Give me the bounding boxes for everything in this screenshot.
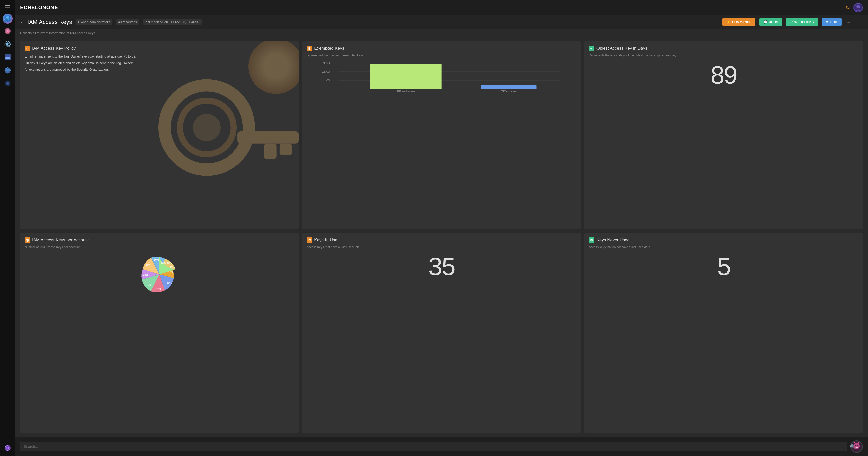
back-button[interactable]: ‹ (20, 19, 23, 25)
commands-button[interactable]: ⚡ COMMANDS (722, 18, 755, 26)
svg-text:True: True (501, 90, 517, 93)
keys-in-use-icon-badge: 123 (307, 237, 312, 243)
svg-rect-45 (264, 143, 277, 159)
sidebar (0, 0, 15, 456)
keys-in-use-title: 123 Keys In Use (307, 237, 576, 243)
svg-rect-33 (9, 448, 10, 448)
exempted-keys-subtitle: represented the number of exempted keys (307, 54, 576, 57)
more-icon-button[interactable]: ⋮ (856, 18, 863, 26)
filter-icon-button[interactable]: ≡ (846, 18, 851, 26)
edit-button[interactable]: ✏ EDIT (822, 18, 842, 26)
main-content: ECHELONONE ↻ ‹ IAM Access Keys Owner: ad… (15, 0, 868, 456)
policy-text: Email reminder sent to the Tag 'Owner' e… (25, 54, 294, 72)
dashboard-grid: TT IAM Access Key Policy Email reminder … (15, 37, 868, 437)
svg-rect-2 (5, 8, 10, 9)
svg-rect-0 (5, 5, 10, 6)
page-title: IAM Access Keys (27, 19, 72, 25)
sidebar-logo-avatar[interactable] (2, 13, 12, 24)
svg-rect-44 (237, 131, 299, 143)
policy-icon-badge: TT (25, 46, 30, 51)
oldest-access-key-card: 123 Oldest Access Key in Days Represents… (584, 41, 863, 229)
svg-text:10%: 10% (147, 284, 151, 286)
menu-icon[interactable] (3, 2, 12, 11)
modified-meta: last modified on 11/06/2023, 11:46:06 (143, 19, 202, 25)
oldest-access-key-title: 123 Oldest Access Key in Days (589, 46, 859, 51)
svg-rect-46 (280, 143, 292, 155)
sidebar-item-atom[interactable] (2, 39, 13, 50)
oldest-access-key-value: 89 (589, 62, 859, 87)
exempted-keys-card: ||| Exempted Keys represented the number… (302, 41, 581, 229)
svg-rect-30 (7, 445, 8, 446)
svg-point-73 (858, 446, 858, 446)
keys-never-used-card: 123 Keys Never Used Access keys that do … (584, 233, 863, 433)
sub-header: Collects all relevant information of IAM… (15, 29, 868, 37)
svg-text:10%: 10% (166, 262, 172, 264)
exempted-keys-chart: 40 20 0 False True (307, 60, 576, 93)
svg-point-26 (8, 85, 9, 85)
svg-text:10%: 10% (154, 258, 159, 261)
svg-text:20: 20 (322, 70, 331, 73)
keys-per-account-chart: 10% 10% 10% 10% 10% 10% 10% 10% 10% 10% (25, 252, 294, 297)
svg-rect-17 (5, 58, 10, 59)
svg-text:10%: 10% (146, 263, 151, 266)
svg-text:10%: 10% (143, 273, 148, 276)
webhooks-share-icon: ⤢ (790, 20, 793, 24)
keys-never-used-value: 5 (589, 254, 859, 279)
svg-text:10%: 10% (161, 262, 166, 264)
content-header: ‹ IAM Access Keys Owner: administrators … (15, 15, 868, 29)
keys-never-used-icon-badge: 123 (589, 237, 594, 243)
resources-meta: 40 resources (116, 19, 139, 25)
svg-point-25 (9, 82, 9, 83)
keys-per-account-icon-badge: ◑ (25, 237, 30, 243)
refresh-icon[interactable]: ↻ (845, 4, 850, 11)
svg-rect-15 (5, 56, 10, 56)
svg-rect-32 (4, 448, 5, 448)
svg-text:10%: 10% (169, 266, 175, 269)
user-avatar[interactable] (854, 3, 863, 12)
sidebar-item-settings[interactable] (2, 443, 13, 454)
svg-point-24 (6, 82, 6, 83)
svg-point-39 (857, 5, 860, 8)
keys-in-use-card: 123 Keys In Use Access Keys that have a … (302, 233, 581, 433)
keys-per-account-card: ◑ IAM Access Keys per Account Number of … (20, 233, 299, 433)
search-input[interactable] (20, 442, 847, 452)
svg-text:40: 40 (322, 62, 331, 64)
jobs-button[interactable]: 💬 JOBS (760, 18, 782, 26)
commands-lightning-icon: ⚡ (726, 20, 731, 24)
policy-card: TT IAM Access Key Policy Email reminder … (20, 41, 299, 229)
topbar: ECHELONONE ↻ (15, 0, 868, 15)
keys-in-use-value: 35 (307, 254, 576, 279)
svg-rect-1 (5, 7, 10, 7)
webhooks-button[interactable]: ⤢ WEBHOOKS (786, 18, 818, 26)
svg-point-9 (6, 30, 8, 32)
search-icon: 🔍 (850, 444, 856, 450)
jobs-chat-icon: 💬 (764, 20, 768, 24)
svg-text:False: False (396, 90, 415, 93)
oldest-key-icon-badge: 123 (589, 46, 594, 51)
topbar-logo: ECHELONONE (20, 4, 58, 10)
sidebar-item-network[interactable] (2, 52, 13, 63)
svg-rect-55 (481, 85, 537, 89)
svg-rect-31 (7, 450, 8, 451)
owner-meta: Owner: administrators (76, 19, 112, 25)
keys-never-used-title: 123 Keys Never Used (589, 237, 859, 243)
keys-per-account-subtitle: Number of IAM Access Keys per Account (25, 245, 294, 249)
exempted-keys-title: ||| Exempted Keys (307, 46, 576, 51)
svg-text:10%: 10% (166, 282, 172, 285)
svg-point-29 (7, 447, 8, 449)
svg-point-43 (193, 114, 220, 141)
svg-rect-16 (5, 57, 10, 58)
svg-text:0: 0 (326, 79, 331, 82)
svg-point-23 (6, 82, 9, 85)
sidebar-item-explore[interactable] (2, 26, 13, 37)
sidebar-item-globe[interactable] (2, 65, 13, 76)
keys-per-account-title: ◑ IAM Access Keys per Account (25, 237, 294, 243)
edit-pencil-icon: ✏ (826, 20, 829, 24)
oldest-access-key-subtitle: Represents the age in days of the oldest… (589, 54, 859, 57)
sidebar-item-space[interactable] (2, 78, 13, 89)
exempted-keys-icon-badge: ||| (307, 46, 312, 51)
search-bar: 🔍 (15, 437, 868, 456)
svg-text:10%: 10% (168, 271, 173, 274)
svg-text:10%: 10% (156, 288, 161, 291)
svg-rect-54 (370, 64, 441, 89)
